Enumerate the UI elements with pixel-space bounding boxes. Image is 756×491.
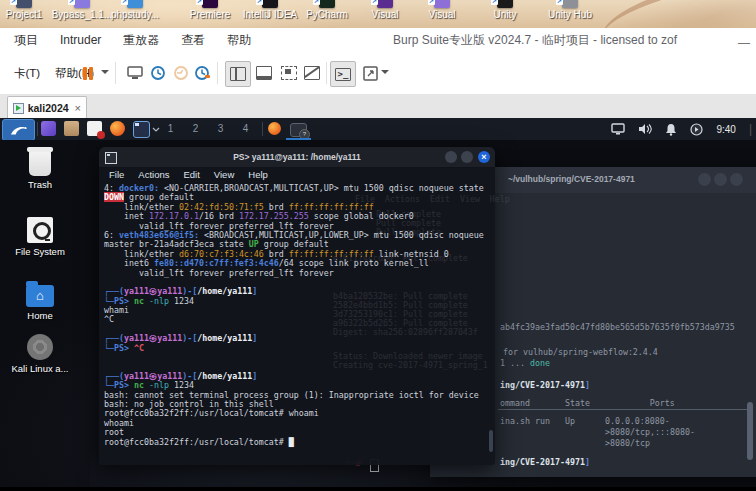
suspend-vm-button[interactable]: [76, 61, 100, 85]
terminal-line: root@fcc0ba32f2ff:/usr/local/tomcat# who…: [104, 409, 484, 418]
host-desktop-shortcut[interactable]: ↗ phpstudy...: [103, 0, 167, 28]
app-icon: [127, 0, 143, 8]
desktop-icon-label: Trash: [0, 179, 80, 190]
minimize-button[interactable]: [445, 151, 457, 163]
console-view-button[interactable]: >_: [330, 61, 356, 87]
terminal-line: └─PS> ^C: [104, 344, 484, 353]
maximize-button[interactable]: [714, 173, 727, 186]
text-editor-icon[interactable]: [87, 121, 102, 136]
maximize-button[interactable]: [461, 151, 473, 163]
host-desktop-shortcut[interactable]: ↗ Visual: [410, 0, 474, 28]
enlarge-screen-button[interactable]: [358, 61, 382, 85]
minimize-button[interactable]: —: [738, 38, 750, 50]
firefox-icon[interactable]: [110, 121, 125, 136]
whisker-menu-icon[interactable]: [41, 121, 56, 136]
host-desktop-shortcut[interactable]: ↗ Unity: [473, 0, 537, 28]
front-terminal-window[interactable]: PS> ya111@ya111: /home/ya111 × FileActio…: [99, 147, 495, 465]
editor-badge: [97, 131, 105, 139]
window-titlebar[interactable]: PS> ya111@ya111: /home/ya111 ×: [99, 147, 495, 168]
send-ctrl-alt-del-button[interactable]: [123, 61, 147, 85]
shortcut-arrow-icon: ↗: [556, 0, 563, 5]
app-icon: [497, 0, 513, 8]
scrollbar-thumb[interactable]: [489, 430, 493, 452]
volume-icon[interactable]: [638, 123, 652, 135]
fullscreen-button[interactable]: [277, 61, 301, 85]
burp-menubar: 项目Intruder重放器查看帮助 Burp Suite专业版 v2024.7 …: [0, 28, 756, 53]
burp-menu-item[interactable]: 查看: [181, 32, 205, 49]
shortcut-arrow-icon: ↗: [10, 0, 17, 5]
terminal-task-icon[interactable]: ?: [290, 123, 307, 137]
burp-menu-item[interactable]: Intruder: [60, 33, 101, 47]
workspace-switcher: 1234: [158, 118, 258, 140]
kali-dragon-icon: [9, 124, 29, 137]
shortcut-arrow-icon: ↗: [196, 0, 203, 5]
show-library-button[interactable]: [225, 61, 251, 87]
terminal-menu-item[interactable]: Edit: [183, 169, 199, 180]
terminal-launcher-icon[interactable]: [133, 121, 150, 138]
workspace-button[interactable]: 4: [233, 118, 258, 140]
shortcut-arrow-icon: ↗: [256, 0, 263, 5]
panel-separator: [262, 122, 263, 136]
app-icon: [16, 0, 32, 8]
wallpaper-curve: [596, 0, 756, 28]
clock[interactable]: 9:40: [716, 124, 735, 135]
vmware-menu-tab[interactable]: 卡(T): [14, 66, 40, 81]
burp-menu-item[interactable]: 帮助: [227, 32, 251, 49]
host-desktop-shortcut[interactable]: ↗ IntelliJ IDEA: [238, 0, 302, 28]
terminal-menu-item[interactable]: View: [214, 169, 234, 180]
app-icon: [202, 0, 218, 8]
terminal-menu-item[interactable]: Help: [248, 169, 268, 180]
vm-tab-strip: kali2024 ×: [0, 94, 756, 119]
host-desktop-shortcut[interactable]: ↗ PyCharm: [295, 0, 359, 28]
terminal-line: valid_lft forever preferred_lft forever: [104, 269, 484, 278]
close-button[interactable]: ×: [478, 151, 490, 163]
app-icon: [377, 0, 393, 8]
app-icon: [262, 0, 278, 8]
screen: ↗ Project1 ↗ Bypass_1.1... ↗ phpstudy...: [0, 0, 756, 491]
file-manager-icon[interactable]: [64, 121, 79, 136]
tab-kali2024[interactable]: kali2024 ×: [7, 96, 87, 119]
display-icon[interactable]: [611, 123, 625, 135]
desktop-icon-trash[interactable]: Trash: [0, 150, 80, 190]
enlarge-dropdown-caret[interactable]: [381, 70, 389, 74]
terminal-line: root@fcc0ba32f2ff:/usr/local/tomcat# █: [104, 438, 484, 447]
notifications-bell-icon[interactable]: [665, 123, 677, 136]
burp-menu-item[interactable]: 重放器: [123, 32, 159, 49]
terminal-menu-item[interactable]: Actions: [138, 169, 169, 180]
shortcut-arrow-icon: ↗: [491, 0, 498, 5]
tab-close-icon[interactable]: ×: [75, 102, 81, 114]
desktop-icon-home[interactable]: Home: [0, 281, 80, 321]
shortcut-label: IntelliJ IDEA: [238, 9, 302, 20]
workspace-button[interactable]: 3: [208, 118, 233, 140]
vm-tab-icon: [13, 103, 24, 114]
suspend-dropdown-caret[interactable]: [101, 70, 109, 74]
applications-menu-button[interactable]: [2, 119, 35, 141]
app-icon: [74, 0, 90, 8]
desktop-icon-filesystem[interactable]: File System: [0, 217, 80, 257]
app-icon: [434, 0, 450, 8]
shortcut-label: Unity: [473, 9, 537, 20]
show-thumbnail-bar-button[interactable]: [252, 61, 276, 85]
shortcut-arrow-icon: ↗: [371, 0, 378, 5]
minimize-button[interactable]: [698, 173, 711, 186]
close-button[interactable]: [730, 173, 743, 186]
shortcut-label: phpstudy...: [103, 9, 167, 20]
host-desktop-shortcut[interactable]: ↗ Visual: [353, 0, 417, 28]
shortcut-label: Unity Hub: [538, 9, 602, 20]
shortcut-arrow-icon: ↗: [68, 0, 75, 5]
host-desktop-shortcut[interactable]: ↗ Premiere: [178, 0, 242, 28]
workspace-button[interactable]: 2: [183, 118, 208, 140]
snapshot-manager-button[interactable]: [191, 61, 215, 85]
workspace-button[interactable]: 1: [158, 118, 183, 140]
status-circle-icon[interactable]: [690, 123, 703, 136]
host-desktop-shortcut[interactable]: ↗ Unity Hub: [538, 0, 602, 28]
revert-snapshot-button[interactable]: [169, 61, 193, 85]
host-desktop-shortcut[interactable]: ↗ Project1: [0, 0, 56, 28]
terminal-line: ┌──(ya111㉿ya111)-[/home/ya111]: [104, 334, 484, 343]
terminal-menu-item[interactable]: File: [109, 169, 124, 180]
desktop-icon-kali-disc[interactable]: Kali Linux a...: [0, 334, 80, 374]
unity-mode-button[interactable]: [300, 61, 324, 85]
take-snapshot-button[interactable]: [146, 61, 170, 85]
burp-menu-item[interactable]: 项目: [14, 32, 38, 49]
firefox-task-icon[interactable]: [268, 122, 281, 135]
